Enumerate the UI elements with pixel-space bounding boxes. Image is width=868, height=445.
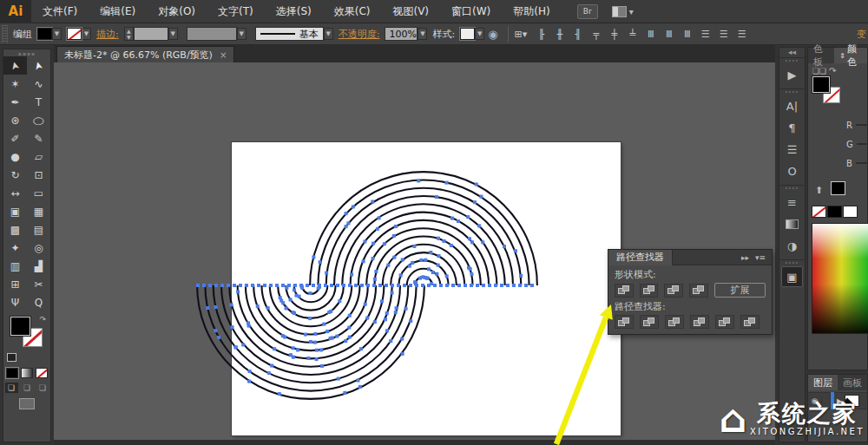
collapse-panel-icon[interactable]: ▸▸ [741,253,749,262]
transparency-panel-icon[interactable]: ◑ [781,235,803,256]
lasso-tool[interactable]: ∿ [27,75,50,93]
selection-tool[interactable]: ➤ [3,56,27,75]
document-tab[interactable]: 未标题-2* @ 66.67% (RGB/预览) × [56,46,234,62]
transform-menu-icon[interactable]: ⊞▾ [515,29,528,40]
options-grip[interactable] [2,25,8,43]
outline-button[interactable] [715,315,734,329]
color-mode-button[interactable] [6,368,18,378]
style-dropdown[interactable]: ▼ [475,28,484,40]
graph-tool[interactable]: ▟ [27,257,50,275]
ellipse-tool[interactable]: ◯ [27,111,50,129]
distribute-right-icon[interactable]: Ⅲ [679,27,695,42]
slice-tool[interactable]: ✂ [27,275,50,293]
blob-brush-tool[interactable]: ● [3,147,27,166]
eraser-tool[interactable]: ▱ [27,147,50,166]
exclude-button[interactable] [689,284,708,298]
hand-tool[interactable]: Ψ [3,293,27,311]
fill-dropdown[interactable]: ▼ [52,28,62,40]
workspace-switcher[interactable]: ▾ [612,6,634,17]
brush-definition-select[interactable]: 基本 [255,27,324,41]
menu-item-2[interactable]: 对象(O) [147,0,207,23]
rotate-tool[interactable]: ↻ [3,166,27,184]
menu-item-8[interactable]: 帮助(H) [502,0,561,23]
width-tool[interactable]: ↔ [3,184,27,202]
pencil-tool[interactable]: ✎ [27,129,50,147]
menu-item-6[interactable]: 视图(V) [381,0,440,23]
stroke-color-swatch[interactable] [67,28,82,40]
gradient-mode-button[interactable] [21,368,33,378]
opacity-label[interactable]: 不透明度: [339,28,380,41]
appearance-panel-icon[interactable]: ≡ [781,192,803,213]
expand-button[interactable]: 扩展 [714,283,766,298]
merge-button[interactable] [665,315,684,329]
tab-颜色[interactable]: ⇕颜色 [834,48,867,63]
minus-front-button[interactable] [640,284,659,298]
align-right-icon[interactable]: ╢ [569,27,586,42]
paragraph-panel-icon[interactable]: ¶ [781,117,803,138]
symbol-sprayer-tool[interactable]: ▥ [3,257,27,275]
fill-swatch[interactable] [10,317,30,336]
minus-back-button[interactable] [740,315,760,329]
none-mode-button[interactable] [36,368,48,378]
polar-grid-tool[interactable]: ⊛ [3,111,27,129]
draw-inside-button[interactable]: ❏ [36,383,49,393]
distribute-left-icon[interactable]: Ⅲ [642,27,659,42]
recolor-artwork-icon[interactable]: ◉ [488,28,497,41]
direct-selection-tool[interactable]: ➤ [27,56,50,75]
swap-colors-icon[interactable]: ↷ [829,66,836,75]
eyedropper-tool[interactable]: ✦ [3,239,27,257]
mesh-tool[interactable]: ▩ [3,220,27,239]
channel-G[interactable]: G [808,134,867,154]
align-bottom-icon[interactable]: ╧ [624,27,641,42]
style-swatch[interactable] [460,28,475,40]
panel-menu-icon[interactable]: ▾≡ [755,253,766,262]
scale-tool[interactable]: ⊡ [27,166,50,184]
channel-R[interactable]: R [808,115,867,134]
opacity-value[interactable]: 100% [385,27,418,41]
distribute-v-middle-icon[interactable]: ☰ [715,27,732,42]
actions-panel-icon[interactable]: ▶ [781,64,803,85]
gradient-panel-icon[interactable] [781,213,803,234]
distribute-bottom-icon[interactable]: ☰ [733,27,750,42]
menu-item-1[interactable]: 编辑(E) [89,0,147,23]
shape-builder-tool[interactable]: ▣ [3,202,27,220]
color-fill-swatch[interactable] [812,76,830,93]
blend-tool[interactable]: ◎ [27,239,50,257]
gradient-tool[interactable]: ▤ [27,220,50,239]
menu-item-7[interactable]: 窗口(W) [440,0,502,23]
crop-button[interactable] [690,315,709,329]
stroke-weight-dropdown[interactable]: ▼ [168,28,178,40]
bridge-button[interactable]: Br [577,4,598,19]
fill-color-swatch[interactable] [37,28,52,40]
width-profile-select[interactable] [187,27,237,41]
unite-button[interactable] [615,284,634,298]
tab-图层[interactable]: 图层 [808,375,838,390]
align-top-icon[interactable]: ╤ [588,27,604,42]
color-spectrum[interactable] [812,223,868,334]
none-color-swatch[interactable] [812,206,826,218]
white-color-swatch[interactable] [843,206,858,218]
trim-button[interactable] [640,315,659,329]
close-icon[interactable]: × [220,50,227,60]
opentype-panel-icon[interactable]: O [781,160,803,181]
last-color-icon[interactable]: ⬆ [815,185,823,196]
distribute-h-center-icon[interactable]: Ⅲ [661,27,677,42]
paragraph-styles-panel-icon[interactable]: ☰ [781,139,803,160]
stroke-weight-stepper[interactable]: ▲▼ [124,27,134,41]
duplicate-icon[interactable]: ❏❏ [812,67,826,75]
screen-mode-button[interactable] [19,398,35,409]
type-tool[interactable]: T [27,93,50,111]
character-panel-icon[interactable]: A| [781,95,803,116]
perspective-grid-tool[interactable]: ▦ [27,202,50,220]
pen-tool[interactable]: ✒ [3,93,27,111]
stroke-dropdown[interactable]: ▼ [82,28,91,40]
tab-画板[interactable]: 画板 [838,375,867,390]
black-color-swatch[interactable] [827,206,842,218]
free-transform-tool[interactable]: ▭ [27,184,50,202]
pathfinder-panel-icon[interactable]: ▣ [781,266,803,287]
expand-dock-icon[interactable]: ◂◂ [779,48,805,57]
align-h-center-icon[interactable]: ╫ [551,27,568,42]
intersect-button[interactable] [664,284,683,298]
tools-panel-grip[interactable]: ▪▪▪▪ [3,49,50,56]
divide-button[interactable] [615,315,634,329]
